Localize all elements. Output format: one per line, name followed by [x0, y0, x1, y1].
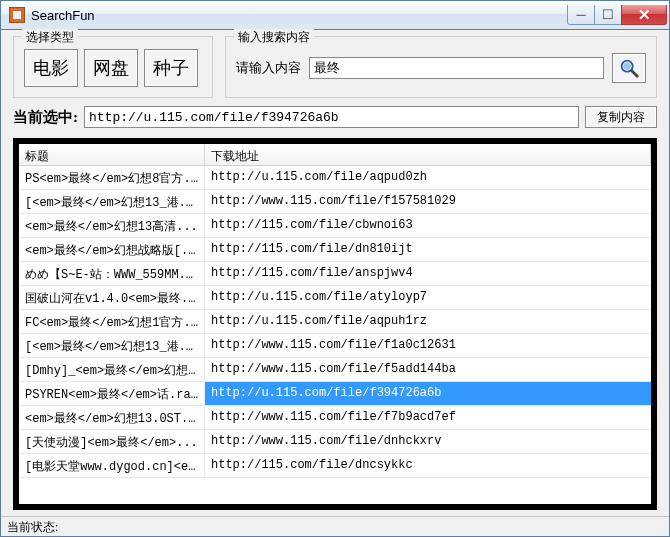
table-row[interactable]: <em>最终</em>幻想13.0ST...http://www.115.com…	[19, 406, 651, 430]
maximize-button[interactable]: ☐	[594, 5, 622, 25]
cell-title: <em>最终</em>幻想13高清...	[19, 214, 205, 237]
cell-url: http://www.115.com/file/f1a0c12631	[205, 334, 651, 357]
app-icon	[9, 7, 25, 23]
selection-row: 当前选中: 复制内容	[1, 102, 669, 132]
table-row[interactable]: PSYREN<em>最终</em>话.ra...http://u.115.com…	[19, 382, 651, 406]
type-group: 选择类型 电影 网盘 种子	[13, 36, 213, 98]
cell-url: http://u.115.com/file/f394726a6b	[205, 382, 651, 405]
top-panel: 选择类型 电影 网盘 种子 输入搜索内容 请输入内容	[1, 30, 669, 102]
cell-title: [<em>最终</em>幻想13_港...	[19, 334, 205, 357]
table-row[interactable]: 国破山河在v1.4.0<em>最终...http://u.115.com/fil…	[19, 286, 651, 310]
cell-title: <em>最终</em>幻想战略版[...	[19, 238, 205, 261]
selection-label: 当前选中:	[13, 108, 78, 127]
cell-url: http://115.com/file/cbwnoi63	[205, 214, 651, 237]
cell-title: [<em>最终</em>幻想13_港...	[19, 190, 205, 213]
type-seed-button[interactable]: 种子	[144, 49, 198, 87]
col-url[interactable]: 下载地址	[205, 144, 651, 165]
search-legend: 输入搜索内容	[234, 29, 314, 46]
cell-title: [电影天堂www.dygod.cn]<e...	[19, 454, 205, 477]
type-legend: 选择类型	[22, 29, 78, 46]
cell-url: http://www.115.com/file/f5add144ba	[205, 358, 651, 381]
type-netdisk-button[interactable]: 网盘	[84, 49, 138, 87]
table-row[interactable]: [Dmhy]_<em>最终</em>幻想...http://www.115.co…	[19, 358, 651, 382]
window-buttons: ─ ☐ ✕	[568, 5, 667, 25]
titlebar: SearchFun ─ ☐ ✕	[0, 0, 670, 30]
window-title: SearchFun	[31, 8, 568, 23]
cell-url: http://u.115.com/file/aqpuh1rz	[205, 310, 651, 333]
search-input[interactable]	[309, 57, 604, 79]
cell-url: http://www.115.com/file/f157581029	[205, 190, 651, 213]
cell-title: FC<em>最终</em>幻想1官方...	[19, 310, 205, 333]
status-bar: 当前状态:	[1, 516, 669, 536]
table-row[interactable]: <em>最终</em>幻想13高清...http://115.com/file/…	[19, 214, 651, 238]
minimize-button[interactable]: ─	[567, 5, 595, 25]
cell-title: PSYREN<em>最终</em>话.ra...	[19, 382, 205, 405]
table-row[interactable]: めめ【S~E-站：WWW_559MM...http://115.com/file…	[19, 262, 651, 286]
svg-point-1	[624, 63, 631, 70]
selection-input[interactable]	[84, 106, 579, 128]
svg-line-2	[632, 71, 638, 77]
table-row[interactable]: [天使动漫]<em>最终</em>...http://www.115.com/f…	[19, 430, 651, 454]
search-label: 请输入内容	[236, 59, 301, 77]
cell-title: めめ【S~E-站：WWW_559MM...	[19, 262, 205, 285]
cell-url: http://115.com/file/anspjwv4	[205, 262, 651, 285]
cell-url: http://115.com/file/dn810ijt	[205, 238, 651, 261]
type-movie-button[interactable]: 电影	[24, 49, 78, 87]
cell-title: [Dmhy]_<em>最终</em>幻想...	[19, 358, 205, 381]
close-button[interactable]: ✕	[621, 5, 667, 25]
table-row[interactable]: PS<em>最终</em>幻想8官方...http://u.115.com/fi…	[19, 166, 651, 190]
cell-url: http://www.115.com/file/f7b9acd7ef	[205, 406, 651, 429]
table-row[interactable]: [电影天堂www.dygod.cn]<e...http://115.com/fi…	[19, 454, 651, 478]
list-header: 标题 下载地址	[19, 144, 651, 166]
table-row[interactable]: [<em>最终</em>幻想13_港...http://www.115.com/…	[19, 190, 651, 214]
cell-title: 国破山河在v1.4.0<em>最终...	[19, 286, 205, 309]
cell-url: http://u.115.com/file/aqpud0zh	[205, 166, 651, 189]
cell-title: PS<em>最终</em>幻想8官方...	[19, 166, 205, 189]
client-area: 选择类型 电影 网盘 种子 输入搜索内容 请输入内容 当前选中: 复制内容 标题	[0, 30, 670, 537]
search-group: 输入搜索内容 请输入内容	[225, 36, 657, 98]
table-row[interactable]: [<em>最终</em>幻想13_港...http://www.115.com/…	[19, 334, 651, 358]
table-row[interactable]: FC<em>最终</em>幻想1官方...http://u.115.com/fi…	[19, 310, 651, 334]
results-list: 标题 下载地址 PS<em>最终</em>幻想8官方...http://u.11…	[13, 138, 657, 510]
cell-title: [天使动漫]<em>最终</em>...	[19, 430, 205, 453]
col-title[interactable]: 标题	[19, 144, 205, 165]
cell-url: http://www.115.com/file/dnhckxrv	[205, 430, 651, 453]
cell-url: http://115.com/file/dncsykkc	[205, 454, 651, 477]
list-body: PS<em>最终</em>幻想8官方...http://u.115.com/fi…	[19, 166, 651, 504]
table-row[interactable]: <em>最终</em>幻想战略版[...http://115.com/file/…	[19, 238, 651, 262]
search-button[interactable]	[612, 53, 646, 83]
cell-title: <em>最终</em>幻想13.0ST...	[19, 406, 205, 429]
copy-button[interactable]: 复制内容	[585, 106, 657, 128]
magnifier-icon	[618, 57, 640, 79]
cell-url: http://u.115.com/file/atyloyp7	[205, 286, 651, 309]
